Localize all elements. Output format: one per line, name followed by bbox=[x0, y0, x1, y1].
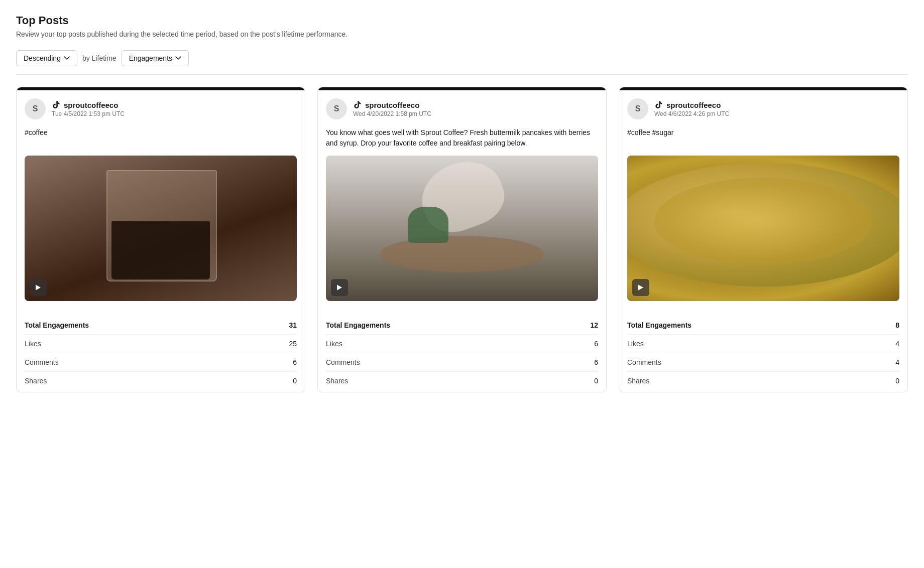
froth-visual bbox=[627, 156, 899, 301]
shares-row: Shares 0 bbox=[25, 372, 297, 390]
sort-order-dropdown[interactable]: Descending bbox=[16, 50, 77, 66]
account-name-2: sproutcoffeeco bbox=[365, 101, 419, 109]
chevron-down-icon-2 bbox=[175, 55, 181, 61]
page-subtitle: Review your top posts published during t… bbox=[16, 30, 908, 38]
post-date: Tue 4/5/2022 1:53 pm UTC bbox=[52, 110, 125, 117]
account-info: sproutcoffeeco Tue 4/5/2022 1:53 pm UTC bbox=[52, 100, 125, 117]
card-caption-3: #coffee #sugar bbox=[619, 125, 907, 156]
likes-value-3: 4 bbox=[895, 340, 899, 348]
video-icon-2 bbox=[335, 283, 343, 292]
post-card-3: S sproutcoffeeco Wed 4/6/2022 4:26 pm UT… bbox=[619, 87, 908, 392]
cards-grid: S sproutcoffeeco Tue 4/5/2022 1:53 pm UT… bbox=[16, 87, 908, 392]
tiktok-icon-2 bbox=[353, 100, 362, 109]
comments-label-2: Comments bbox=[326, 358, 360, 366]
account-name-row-2: sproutcoffeeco bbox=[353, 100, 431, 109]
card-header-2: S sproutcoffeeco Wed 4/20/2022 1:58 pm U… bbox=[318, 90, 606, 125]
shares-value-3: 0 bbox=[895, 377, 899, 385]
card-header-3: S sproutcoffeeco Wed 4/6/2022 4:26 pm UT… bbox=[619, 90, 907, 125]
sort-order-label: Descending bbox=[24, 54, 61, 62]
post-date-2: Wed 4/20/2022 1:58 pm UTC bbox=[353, 110, 431, 117]
comments-label: Comments bbox=[25, 358, 59, 366]
shares-label-3: Shares bbox=[627, 377, 649, 385]
likes-label-2: Likes bbox=[326, 340, 342, 348]
by-lifetime-label: by Lifetime bbox=[82, 54, 117, 62]
video-badge bbox=[30, 279, 47, 296]
shares-label-2: Shares bbox=[326, 377, 348, 385]
video-badge-2 bbox=[331, 279, 348, 296]
total-engagements-row-2: Total Engagements 12 bbox=[326, 316, 598, 335]
account-name: sproutcoffeeco bbox=[64, 101, 118, 109]
card-stats-3: Total Engagements 8 Likes 4 Comments 4 S… bbox=[619, 308, 907, 392]
card-image-2[interactable] bbox=[326, 156, 598, 301]
likes-row-3: Likes 4 bbox=[627, 335, 899, 353]
comments-value-3: 4 bbox=[895, 358, 899, 366]
card-stats: Total Engagements 31 Likes 25 Comments 6… bbox=[17, 308, 305, 392]
card-image-3[interactable] bbox=[627, 156, 899, 301]
card-caption: #coffee bbox=[17, 125, 305, 156]
toolbar: Descending by Lifetime Engagements bbox=[16, 50, 908, 75]
likes-label: Likes bbox=[25, 340, 41, 348]
page-title: Top Posts bbox=[16, 14, 908, 27]
shares-value-2: 0 bbox=[594, 377, 598, 385]
total-engagements-label-3: Total Engagements bbox=[627, 321, 691, 329]
tiktok-icon-3 bbox=[654, 100, 663, 109]
card-image[interactable] bbox=[25, 156, 297, 301]
shares-value: 0 bbox=[293, 377, 297, 385]
chevron-down-icon bbox=[64, 55, 70, 61]
shares-row-2: Shares 0 bbox=[326, 372, 598, 390]
tiktok-icon bbox=[52, 100, 61, 109]
account-info-2: sproutcoffeeco Wed 4/20/2022 1:58 pm UTC bbox=[353, 100, 431, 117]
card-stats-2: Total Engagements 12 Likes 6 Comments 6 … bbox=[318, 308, 606, 392]
avatar-2: S bbox=[326, 98, 347, 119]
comments-label-3: Comments bbox=[627, 358, 661, 366]
likes-label-3: Likes bbox=[627, 340, 644, 348]
total-engagements-value: 31 bbox=[289, 321, 297, 329]
total-engagements-value-3: 8 bbox=[895, 321, 899, 329]
card-header: S sproutcoffeeco Tue 4/5/2022 1:53 pm UT… bbox=[17, 90, 305, 125]
post-card-1: S sproutcoffeeco Tue 4/5/2022 1:53 pm UT… bbox=[16, 87, 305, 392]
video-badge-3 bbox=[632, 279, 649, 296]
total-engagements-row: Total Engagements 31 bbox=[25, 316, 297, 335]
account-name-3: sproutcoffeeco bbox=[666, 101, 721, 109]
shares-label: Shares bbox=[25, 377, 47, 385]
avatar-3: S bbox=[627, 98, 648, 119]
video-icon bbox=[34, 283, 42, 292]
comments-row: Comments 6 bbox=[25, 353, 297, 372]
pancake-visual bbox=[326, 156, 598, 301]
video-icon-3 bbox=[637, 283, 645, 292]
likes-row-2: Likes 6 bbox=[326, 335, 598, 353]
shares-row-3: Shares 0 bbox=[627, 372, 899, 390]
likes-value-2: 6 bbox=[594, 340, 598, 348]
comments-row-2: Comments 6 bbox=[326, 353, 598, 372]
post-card-2: S sproutcoffeeco Wed 4/20/2022 1:58 pm U… bbox=[317, 87, 607, 392]
comments-value: 6 bbox=[293, 358, 297, 366]
card-caption-2: You know what goes well with Sprout Coff… bbox=[318, 125, 606, 156]
likes-row: Likes 25 bbox=[25, 335, 297, 353]
total-engagements-row-3: Total Engagements 8 bbox=[627, 316, 899, 335]
total-engagements-label-2: Total Engagements bbox=[326, 321, 390, 329]
metric-label: Engagements bbox=[129, 54, 172, 62]
account-name-row-3: sproutcoffeeco bbox=[654, 100, 729, 109]
avatar: S bbox=[25, 98, 46, 119]
image-visual bbox=[25, 156, 297, 301]
comments-value-2: 6 bbox=[594, 358, 598, 366]
likes-value: 25 bbox=[289, 340, 297, 348]
account-info-3: sproutcoffeeco Wed 4/6/2022 4:26 pm UTC bbox=[654, 100, 729, 117]
account-name-row: sproutcoffeeco bbox=[52, 100, 125, 109]
post-date-3: Wed 4/6/2022 4:26 pm UTC bbox=[654, 110, 729, 117]
total-engagements-label: Total Engagements bbox=[25, 321, 89, 329]
metric-dropdown[interactable]: Engagements bbox=[122, 50, 189, 66]
comments-row-3: Comments 4 bbox=[627, 353, 899, 372]
total-engagements-value-2: 12 bbox=[590, 321, 598, 329]
